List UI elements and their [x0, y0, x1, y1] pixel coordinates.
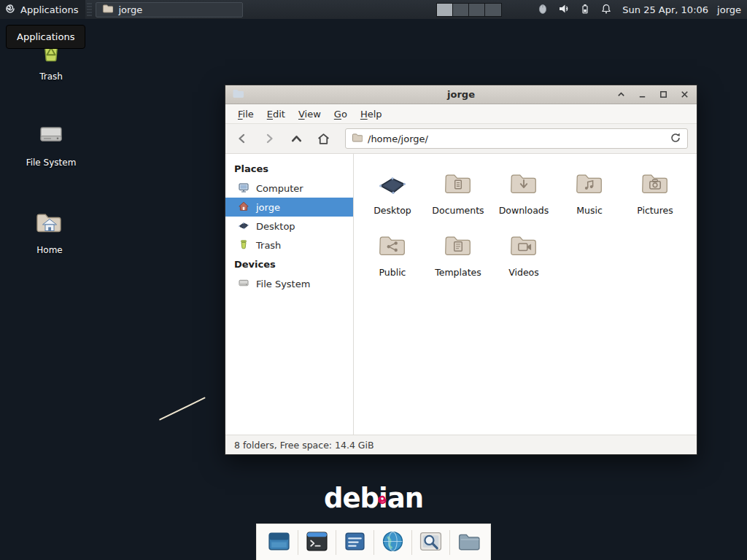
file-item-label: Pictures	[637, 205, 673, 216]
window-titlebar[interactable]: jorge	[225, 85, 697, 104]
file-item-label: Downloads	[499, 205, 549, 216]
window-folder-icon	[232, 88, 244, 101]
file-view[interactable]: Desktop Documents	[354, 154, 697, 435]
folder-icon	[102, 3, 113, 16]
app-finder-launcher[interactable]	[414, 526, 446, 559]
folder-public-icon	[375, 229, 410, 265]
desktop-icon-file-system[interactable]: File System	[20, 120, 82, 168]
home-button[interactable]	[315, 131, 331, 147]
toolbar	[225, 124, 697, 154]
status-text: 8 folders, Free space: 14.4 GiB	[234, 440, 374, 451]
debian-logo-text: debian	[324, 483, 423, 514]
taskbar-window-button[interactable]: jorge	[96, 2, 243, 18]
desktop-icon-label: Trash	[39, 71, 63, 82]
applications-menu-label: Applications	[20, 4, 78, 15]
file-grid: Desktop Documents	[354, 154, 697, 287]
bottom-dock-panel	[256, 524, 491, 560]
devices-header: Devices	[225, 254, 353, 274]
sidebar-item-trash[interactable]: Trash	[225, 236, 353, 254]
applications-tooltip-text: Applications	[17, 31, 74, 42]
terminal-launcher[interactable]	[301, 526, 333, 559]
file-manager-launcher[interactable]	[452, 526, 484, 559]
desktop-icon-home[interactable]: Home	[19, 207, 80, 255]
file-item-label: Music	[576, 205, 603, 216]
battery-icon[interactable]	[579, 3, 591, 17]
menu-view[interactable]: View	[292, 106, 328, 122]
sidebar-item-label: Desktop	[256, 221, 295, 232]
applications-tooltip: Applications	[6, 25, 85, 49]
dock-separator	[333, 529, 338, 556]
menu-bar: File Edit View Go Help	[225, 104, 697, 124]
sidebar-item-jorge[interactable]: jorge	[225, 198, 353, 217]
file-item-label: Desktop	[374, 205, 411, 216]
close-button[interactable]	[678, 89, 690, 101]
file-item-public[interactable]: Public	[360, 225, 425, 287]
sidebar-item-file-system[interactable]: File System	[225, 274, 353, 293]
desktop-icon-label: Home	[36, 245, 62, 255]
show-desktop-button[interactable]	[263, 526, 295, 559]
folder-pictures-icon	[638, 167, 673, 203]
sidebar-item-desktop[interactable]: Desktop	[225, 217, 353, 236]
up-button[interactable]	[288, 131, 304, 147]
file-manager-window: jorge File Edit View Go Help	[225, 85, 697, 455]
debian-wallpaper-logo: debian	[0, 483, 747, 514]
top-panel: Applications jorge	[0, 0, 747, 19]
file-item-pictures[interactable]: Pictures	[622, 163, 688, 225]
places-header: Places	[225, 159, 353, 179]
folder-music-icon	[572, 167, 607, 203]
location-bar[interactable]	[345, 128, 688, 149]
notifications-bell-icon[interactable]	[600, 3, 612, 17]
clock[interactable]: Sun 25 Apr, 10:06	[622, 4, 708, 15]
maximize-button[interactable]	[657, 89, 669, 101]
shade-button[interactable]	[615, 89, 627, 101]
panel-right-cluster: Sun 25 Apr, 10:06 jorge	[436, 0, 747, 19]
reload-icon[interactable]	[670, 132, 681, 146]
applications-menu-button[interactable]: Applications	[0, 0, 85, 19]
menu-file[interactable]: File	[231, 106, 260, 122]
menu-go[interactable]: Go	[328, 106, 354, 122]
home-folder-icon	[34, 207, 66, 241]
menu-help[interactable]: Help	[354, 106, 389, 122]
dock-separator	[371, 529, 376, 556]
sidebar-item-computer[interactable]: Computer	[225, 179, 353, 198]
menu-edit[interactable]: Edit	[260, 106, 292, 122]
desktop-icon	[238, 219, 249, 233]
file-item-music[interactable]: Music	[557, 163, 622, 225]
forward-button[interactable]	[261, 131, 277, 147]
file-item-desktop[interactable]: Desktop	[360, 163, 425, 225]
workspace-1[interactable]	[437, 4, 453, 16]
file-item-label: Videos	[508, 267, 539, 278]
side-pane: Places Computer jorge Desktop	[225, 154, 354, 435]
console-launcher[interactable]	[338, 526, 371, 559]
panel-grip[interactable]	[87, 3, 92, 16]
dock-separator	[295, 529, 301, 556]
trash-icon	[238, 238, 249, 252]
file-item-downloads[interactable]: Downloads	[491, 163, 557, 225]
workspace-4[interactable]	[485, 4, 501, 16]
file-item-label: Documents	[432, 205, 484, 216]
location-folder-icon	[352, 132, 363, 145]
minimize-button[interactable]	[636, 89, 648, 101]
file-item-videos[interactable]: Videos	[491, 225, 557, 287]
file-item-templates[interactable]: Templates	[425, 225, 491, 287]
web-browser-launcher[interactable]	[376, 526, 409, 559]
workspace-2[interactable]	[453, 4, 469, 16]
panel-user-label[interactable]: jorge	[717, 4, 741, 15]
workspace-3[interactable]	[469, 4, 485, 16]
web-browser-icon	[381, 529, 405, 556]
status-bar: 8 folders, Free space: 14.4 GiB	[225, 435, 697, 454]
volume-icon[interactable]	[558, 3, 570, 17]
sidebar-item-label: jorge	[256, 202, 280, 213]
desktop-special-icon	[375, 167, 410, 203]
console-icon	[343, 529, 367, 556]
workspace-switcher	[436, 3, 502, 17]
path-input[interactable]	[368, 133, 665, 144]
folder-documents-icon	[441, 167, 476, 203]
terminal-icon	[305, 529, 329, 556]
mouse-icon[interactable]	[537, 3, 549, 17]
debian-swirl-icon	[377, 481, 387, 512]
file-item-documents[interactable]: Documents	[425, 163, 491, 225]
file-item-label: Templates	[435, 267, 481, 278]
back-button[interactable]	[234, 131, 250, 147]
desktop-icon-label: File System	[26, 158, 77, 168]
